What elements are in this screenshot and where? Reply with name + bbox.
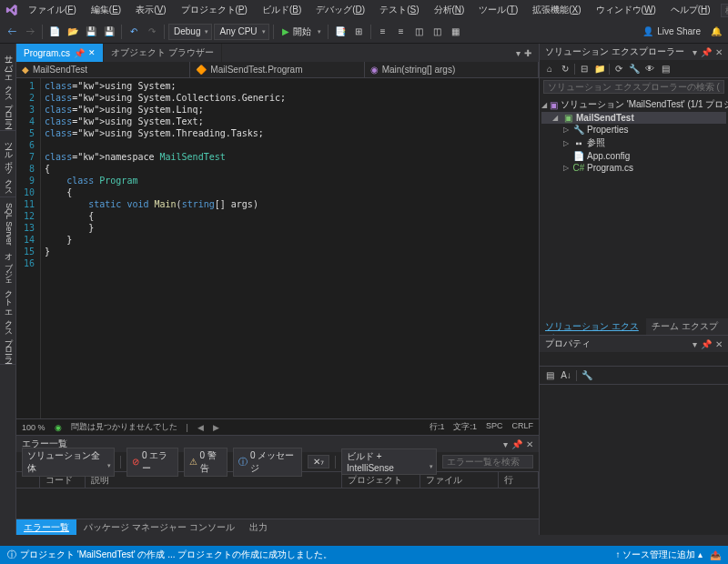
close-icon[interactable]: ✕: [715, 47, 723, 57]
project-node[interactable]: ◢ ▣ MailSendTest: [541, 112, 726, 124]
menu-extensions[interactable]: 拡張機能(X): [528, 1, 585, 19]
alpha-icon[interactable]: A↓: [560, 369, 572, 382]
editor-tab-program[interactable]: Program.cs 📌 ✕: [16, 44, 104, 62]
close-icon[interactable]: ✕: [526, 439, 533, 449]
warning-icon: ⚠: [189, 457, 197, 467]
indent-mode[interactable]: SPC: [486, 421, 503, 433]
build-source-dropdown[interactable]: ビルド + IntelliSense: [341, 448, 437, 475]
chevron-left-icon[interactable]: ◀: [197, 423, 204, 432]
zoom-level[interactable]: 100 %: [22, 423, 46, 432]
sql-explorer-tab[interactable]: SQL Server オブジェクト エクスプローラー: [0, 197, 15, 366]
menu-test[interactable]: テスト(S): [375, 1, 423, 19]
panel-dropdown-icon[interactable]: ▾: [503, 439, 508, 449]
pin-icon[interactable]: 📌: [74, 48, 85, 58]
se-icon-1[interactable]: ▤: [659, 63, 672, 76]
new-split-icon[interactable]: ✚: [521, 48, 535, 58]
menu-debug[interactable]: デバッグ(D): [311, 1, 369, 19]
collapse-icon[interactable]: ⊟: [578, 63, 591, 76]
solution-search[interactable]: [543, 80, 724, 94]
redo-button[interactable]: ↷: [144, 23, 160, 41]
open-file-button[interactable]: 📂: [65, 23, 81, 41]
eol-mode[interactable]: CRLF: [511, 421, 533, 433]
menu-build[interactable]: ビルド(B): [258, 1, 306, 19]
code-editor[interactable]: 1 2 3 4 5 6 7 8 9 10 11 12 13 14 15 16 c…: [16, 78, 539, 418]
config-dropdown[interactable]: Debug: [168, 24, 212, 40]
close-icon[interactable]: ✕: [715, 339, 723, 349]
show-all-icon[interactable]: 📁: [593, 63, 606, 76]
menu-analyze[interactable]: 分析(N): [430, 1, 470, 19]
status-message: プロジェクト 'MailSendTest' の作成 ... プロジェクトの作成に…: [16, 549, 332, 561]
nav-project-dropdown[interactable]: ◆ MailSendTest: [16, 62, 190, 77]
toolbox-tab[interactable]: ツールボックス: [0, 131, 15, 197]
solution-icon: ▣: [550, 100, 558, 110]
publish-icon[interactable]: 📤: [710, 550, 721, 560]
solution-tree[interactable]: ◢ ▣ ソリューション 'MailSendTest' (1/1 プロジェクト) …: [540, 96, 728, 318]
references-node[interactable]: ▷ ▪▪ 参照: [541, 136, 726, 150]
nav-back-button[interactable]: 🡠: [4, 23, 20, 41]
main-area: サーバー エクスプローラー ツールボックス SQL Server オブジェクト …: [0, 44, 728, 535]
menu-tools[interactable]: ツール(T): [474, 1, 522, 19]
toolbar-btn-5[interactable]: ◫: [411, 23, 428, 41]
platform-dropdown[interactable]: Any CPU: [214, 24, 268, 40]
menu-view[interactable]: 表示(V): [131, 1, 170, 19]
editor-tab-objbrowser[interactable]: オブジェクト ブラウザー: [104, 44, 222, 62]
panel-dropdown-icon[interactable]: ▾: [693, 339, 697, 349]
bottom-tab-pkgmgr[interactable]: パッケージ マネージャー コンソール: [76, 519, 242, 535]
new-file-button[interactable]: 📄: [46, 23, 63, 41]
menu-edit[interactable]: 編集(E): [86, 1, 126, 19]
properties-icon[interactable]: 🔧: [628, 63, 641, 76]
properties-node[interactable]: ▷ 🔧 Properties: [541, 124, 726, 136]
col-desc[interactable]: 説明: [86, 472, 342, 488]
error-search[interactable]: [442, 455, 533, 468]
preview-icon[interactable]: 👁: [643, 63, 656, 76]
save-all-button[interactable]: 💾: [101, 23, 117, 41]
prop-wrench-icon[interactable]: 🔧: [581, 369, 593, 382]
nav-method-dropdown[interactable]: ◉ Main(string[] args): [365, 62, 539, 77]
refresh-icon[interactable]: ⟳: [612, 63, 625, 76]
clear-filter[interactable]: ✕₇: [308, 455, 329, 468]
toolbar-btn-3[interactable]: ≡: [375, 23, 391, 41]
bottom-tab-errors[interactable]: エラー一覧: [16, 519, 76, 535]
toolbar-btn-7[interactable]: ▦: [448, 23, 464, 41]
toolbar-btn-2[interactable]: ⊞: [350, 23, 367, 41]
solexp-tab-team[interactable]: チーム エクスプローラー: [646, 318, 728, 335]
programcs-node[interactable]: ▷ C# Program.cs: [541, 162, 726, 174]
appconfig-node[interactable]: 📄 App.config: [541, 150, 726, 162]
menu-window[interactable]: ウィンドウ(W): [592, 1, 661, 19]
menu-file[interactable]: ファイル(F): [24, 1, 81, 19]
liveshare-button[interactable]: 👤 Live Share: [637, 26, 706, 36]
pin-icon[interactable]: 📌: [511, 439, 522, 449]
code-content[interactable]: class="kw">using System; class="kw">usin…: [41, 78, 539, 418]
col-line[interactable]: 行: [499, 472, 539, 488]
chevron-right-icon[interactable]: ▶: [213, 423, 219, 432]
scm-add-button[interactable]: ↑ ソース管理に追加 ▴: [615, 549, 703, 561]
notifications-button[interactable]: 🔔: [708, 23, 724, 41]
panel-dropdown-icon[interactable]: ▾: [693, 47, 697, 57]
left-toolwindow-tabs: サーバー エクスプローラー ツールボックス SQL Server オブジェクト …: [0, 44, 16, 535]
sync-icon[interactable]: ↻: [559, 63, 571, 76]
start-debug-button[interactable]: ▶ 開始: [278, 23, 324, 41]
bottom-tab-output[interactable]: 出力: [242, 519, 275, 535]
pin-icon[interactable]: 📌: [701, 339, 712, 349]
toolbar-btn-1[interactable]: 📑: [332, 23, 349, 41]
menu-help[interactable]: ヘルプ(H): [666, 1, 715, 19]
close-tab-icon[interactable]: ✕: [88, 48, 96, 57]
menu-project[interactable]: プロジェクト(P): [177, 1, 252, 19]
save-button[interactable]: 💾: [83, 23, 99, 41]
server-explorer-tab[interactable]: サーバー エクスプローラー: [0, 44, 15, 131]
categorized-icon[interactable]: ▤: [543, 369, 556, 382]
pin-icon[interactable]: 📌: [701, 47, 712, 57]
solexp-tab-solution[interactable]: ソリューション エクスプローラー: [540, 318, 646, 335]
liveshare-icon: 👤: [642, 26, 653, 36]
solution-node[interactable]: ◢ ▣ ソリューション 'MailSendTest' (1/1 プロジェクト): [541, 97, 726, 112]
quicklaunch-search[interactable]: [721, 4, 728, 17]
error-scope-dropdown[interactable]: ソリューション全体: [22, 448, 115, 477]
undo-button[interactable]: ↶: [126, 23, 142, 41]
home-icon[interactable]: ⌂: [543, 63, 556, 76]
toolbar-btn-6[interactable]: ◫: [430, 23, 446, 41]
properties-grid[interactable]: [540, 385, 728, 535]
toolbar-btn-4[interactable]: ≡: [393, 23, 410, 41]
nav-class-dropdown[interactable]: 🔶 MailSendTest.Program: [190, 62, 364, 77]
nav-forward-button[interactable]: 🡢: [22, 23, 38, 41]
properties-object-dropdown[interactable]: [540, 352, 728, 367]
